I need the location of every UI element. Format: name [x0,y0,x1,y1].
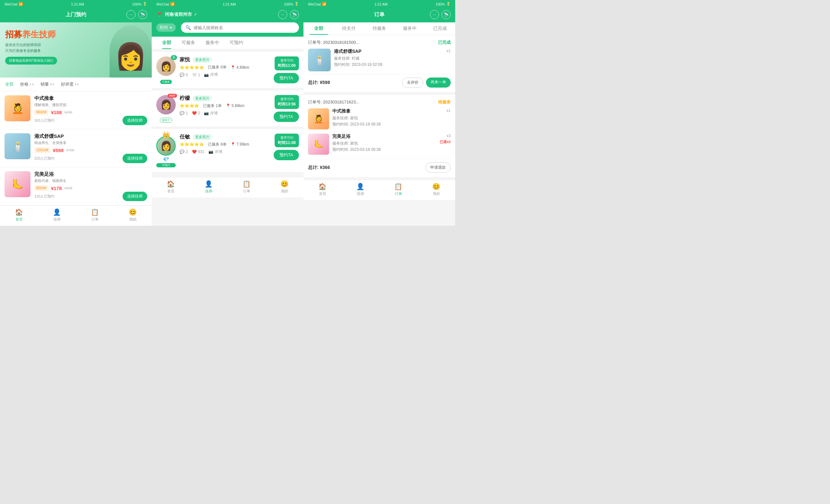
tab-available-2[interactable]: 可服务 [177,37,200,49]
location-pin-icon: 📍 [156,12,163,18]
tech-card-jiayue: 👩 可服务 新 家悦 更多照片 ⭐⭐⭐⭐⭐ 已服务 0单 📍 [152,52,304,88]
tech-avatar-3: 👩 [156,136,176,156]
service-info-3: 完美足浴 新陈代谢、细胞再生 60分钟 ¥178 ¥298 120人已预约 选择… [34,171,147,201]
more-button-3[interactable]: ··· [430,10,439,19]
tab-bookable-2[interactable]: 可预约 [224,37,248,49]
banner-title-1: 招募养生技师 [5,29,70,40]
distance-2: 📍 5.88km [226,103,245,108]
select-tech-btn-2[interactable]: 选择技师 [123,154,147,163]
nav-order-1[interactable]: 📋 订单 [76,208,114,222]
order-tab-serving[interactable]: 服务中 [394,22,425,35]
broadcast-button-1[interactable]: 📡 [138,10,147,19]
broadcast-button-2[interactable]: 📡 [290,10,299,19]
time-1: 1:21 AM [71,2,84,6]
filter-price[interactable]: 价格 ⬆⬇ [20,80,34,89]
order-header-3: 订单 ··· 📡 [304,7,455,22]
banner-cta-1[interactable]: 想要挑战高薪吗?那就加入我们 [5,57,57,65]
service-desc-2: 精油养生、全身推拿 [34,140,147,145]
order-sub-item-1: 💆 中式推拿 服务技师: 家悦 预约时间: 2023-03-18 09:38 x… [308,108,451,132]
profile-1: 📷 岸博 [204,72,218,77]
nav-home-3[interactable]: 🏠 首页 [304,183,342,196]
tech-card-lemon: 👩 服务中 HOT 柠檬 更多照片 ⭐⭐⭐⭐ 已服务 1单 � [152,91,304,126]
status-bar-1: WeChat 📶 1:21 AM 100% 🔋 [0,0,152,7]
city-select[interactable]: 郑州 ▼ [156,23,176,32]
search-bar-2: 郑州 ▼ 🔍 [152,22,304,37]
nav-mine-3[interactable]: 😊 我的 [417,183,455,196]
service-name-2: 港式舒缓SAP [34,133,147,139]
order-no-1: 订单号: 20230318181500... [308,39,359,45]
nav-mine-2[interactable]: 😊 我的 [265,180,304,194]
booked-count-3: 120人已预约 [34,194,55,199]
price-sort-icon: ⬆⬇ [30,83,34,86]
more-button-1[interactable]: ··· [126,10,135,19]
battery-3: 100% [436,2,445,6]
wifi-icon-2: 📶 [170,2,175,6]
wifi-icon-3: 📶 [322,2,326,6]
order-card-1: 订单号: 20230318181500... 已完成 🕯️ 港式舒缓SAP 服务… [304,35,455,92]
service-list-1: 💆 中式推拿 缓解颈推、腰肌劳损 60分钟 ¥188 ¥230 162人已预约 … [0,91,152,205]
refund-btn[interactable]: 申请退款 [425,162,451,172]
order-tab-payment[interactable]: 待支付 [334,22,364,35]
carrier-2: WeChat [156,2,169,6]
comments-3: 💬 2 [180,150,188,154]
order-icon-3: 📋 [394,183,402,190]
nav-tech-2[interactable]: 👤 技师 [190,180,228,194]
select-tech-btn-1[interactable]: 选择技师 [123,116,147,125]
book-btn-2[interactable]: 预约TA [274,112,299,122]
served-count-2: 已服务 1单 [203,103,222,108]
profile-3: 📷 岸博 [209,149,222,155]
status-badge-inservice-2: 服务中 [160,118,172,123]
tech-name-1: 家悦 [180,57,190,63]
new-badge-1: 新 [171,55,177,60]
order-tab-complete[interactable]: 已完成 [425,22,455,35]
review-btn[interactable]: 去评价 [402,77,423,88]
book-btn-1[interactable]: 预约TA [274,73,299,83]
order-item-time-1: 预约时间: 2023-03-18 02:08 [334,62,382,67]
battery-1: 100% [132,2,141,6]
refunded-tag-2: 已退x2 [440,139,451,144]
order-tab-all[interactable]: 全部 [304,22,334,35]
more-photos-btn-3[interactable]: 更多照片 [193,134,212,140]
more-photos-btn-1[interactable]: 更多照片 [193,57,212,63]
nav-tech-label-3: 技师 [357,191,364,196]
book-btn-3[interactable]: 预约TA [274,150,299,160]
more-photos-btn-2[interactable]: 更多照片 [193,95,212,101]
order-footer-1: 总计: ¥598 去评价 再来一单 [308,74,451,88]
filter-rating[interactable]: 好评度 ⬆⬇ [61,80,79,89]
nav-order-label-1: 订单 [91,217,99,222]
hot-badge-2: HOT [168,94,177,98]
service-name-3: 完美足浴 [34,171,147,178]
order-subitem-name-2: 完美足浴 [332,134,381,139]
order-subqty-1: x1 [446,108,451,113]
tab-all-2[interactable]: 全部 [157,37,177,49]
nav-tech-1[interactable]: 👤 技师 [38,208,76,222]
nav-order-2[interactable]: 📋 订单 [228,180,265,194]
city-name: 郑州 [160,25,168,30]
more-button-2[interactable]: ··· [278,10,287,19]
select-tech-btn-3[interactable]: 选择技师 [123,192,147,201]
order-no-2: 订单号: 20230318171623... [308,99,359,105]
mine-icon-1: 😊 [129,208,137,216]
nav-home-label-2: 首页 [167,189,174,194]
service-item-3: 🦶 完美足浴 新陈代谢、细胞再生 60分钟 ¥178 ¥298 120人已预约 … [0,167,152,205]
nav-home-2[interactable]: 🏠 首页 [152,180,190,194]
broadcast-button-3[interactable]: 📡 [442,10,451,19]
tech-name-2: 柠檬 [180,95,190,102]
order-item-1: 🕯️ 港式舒缓SAP 服务技师: 柠檬 预约时间: 2023-03-18 02:… [308,49,451,71]
tab-in-service-2[interactable]: 服务中 [200,37,224,49]
nav-order-3[interactable]: 📋 订单 [379,183,417,196]
nav-mine-1[interactable]: 😊 我的 [114,208,152,222]
location-verified-icon: ✓ [194,12,197,17]
likes-3: ❤️ 931 [192,150,204,154]
nav-home-1[interactable]: 🏠 首页 [0,208,38,222]
reorder-btn[interactable]: 再来一单 [426,77,451,88]
order-subitem-time-2: 预约时间: 2023-03-18 09:38 [332,147,381,152]
status-bar-3: WeChat 📶 1:21 AM 100% 🔋 [304,0,455,7]
search-input-2[interactable] [194,25,294,30]
filter-all[interactable]: 全部 [5,80,13,89]
nav-tech-3[interactable]: 👤 技师 [342,183,379,196]
nav-home-label-3: 首页 [319,191,326,196]
filter-sales[interactable]: 销量 ⬆⬇ [40,80,55,89]
home-icon-2: 🏠 [167,180,175,188]
order-tab-service[interactable]: 待服务 [364,22,394,35]
